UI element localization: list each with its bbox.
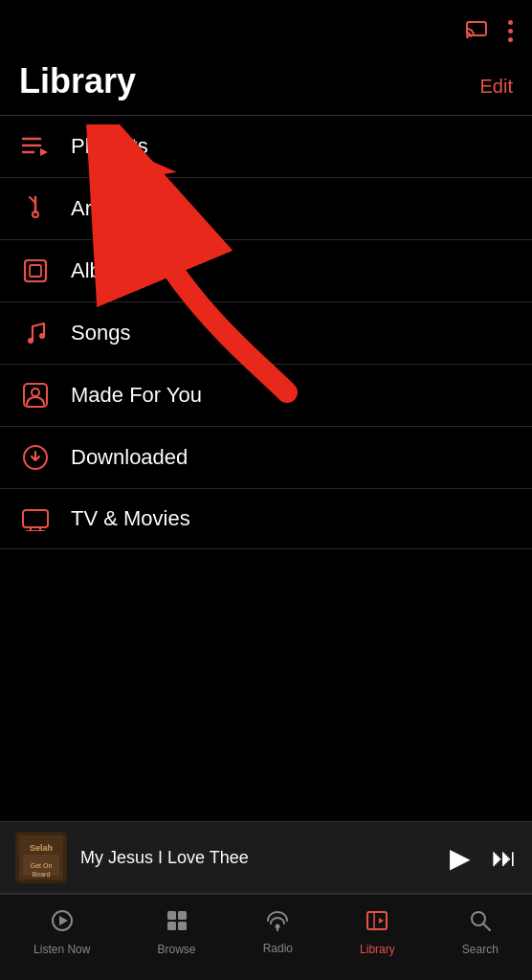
library-item-songs[interactable]: Songs xyxy=(0,302,532,365)
skip-forward-button[interactable]: ⏭ xyxy=(492,843,517,873)
svg-rect-29 xyxy=(167,911,176,920)
songs-icon xyxy=(19,320,52,346)
playlist-icon xyxy=(19,133,52,160)
made-for-you-label: Made For You xyxy=(71,383,202,408)
svg-point-13 xyxy=(32,389,39,396)
nav-browse[interactable]: Browse xyxy=(158,909,196,956)
svg-point-33 xyxy=(276,924,280,929)
player-controls: ▶ ⏭ xyxy=(450,842,517,874)
listen-now-icon xyxy=(51,909,74,938)
library-item-tv-movies[interactable]: TV & Movies xyxy=(0,489,532,549)
svg-rect-9 xyxy=(30,265,41,277)
svg-text:Get On: Get On xyxy=(31,862,53,869)
library-item-made-for-you[interactable]: Made For You xyxy=(0,365,532,427)
search-icon xyxy=(469,909,492,938)
radio-icon xyxy=(265,910,290,937)
svg-marker-28 xyxy=(59,916,68,925)
library-nav-label: Library xyxy=(360,943,395,956)
play-button[interactable]: ▶ xyxy=(450,842,471,874)
page-title: Library xyxy=(19,61,136,101)
library-item-downloaded[interactable]: Downloaded xyxy=(0,427,532,489)
browse-icon xyxy=(166,909,188,938)
songs-label: Songs xyxy=(71,321,130,345)
library-item-albums[interactable]: Albums xyxy=(0,240,532,302)
svg-text:Selah: Selah xyxy=(30,843,53,853)
library-item-artists[interactable]: Artists xyxy=(0,178,532,240)
nav-radio[interactable]: Radio xyxy=(263,910,293,955)
more-options-icon[interactable] xyxy=(508,18,513,43)
downloaded-icon xyxy=(19,444,52,471)
artists-label: Artists xyxy=(71,196,129,221)
tv-movies-label: TV & Movies xyxy=(71,506,190,531)
library-header: Library Edit xyxy=(0,54,532,116)
playlists-label: Playlists xyxy=(71,134,148,159)
song-title: My Jesus I Love Thee xyxy=(80,848,436,868)
library-item-playlists[interactable]: Playlists xyxy=(0,116,532,178)
svg-rect-8 xyxy=(25,260,46,281)
svg-point-10 xyxy=(28,338,33,344)
nav-listen-now[interactable]: Listen Now xyxy=(33,909,90,956)
library-icon xyxy=(366,909,388,938)
album-art: Selah Get On Board xyxy=(15,832,67,883)
library-list: Playlists Artists Albums xyxy=(0,116,532,549)
svg-point-11 xyxy=(39,333,45,339)
svg-rect-15 xyxy=(23,510,48,527)
svg-point-6 xyxy=(33,212,38,217)
mini-player: Selah Get On Board My Jesus I Love Thee … xyxy=(0,821,532,894)
svg-rect-31 xyxy=(167,922,176,930)
nav-search[interactable]: Search xyxy=(462,909,499,956)
tv-movies-icon xyxy=(19,506,52,531)
made-for-you-icon xyxy=(19,382,52,409)
downloaded-label: Downloaded xyxy=(71,445,188,470)
artists-icon xyxy=(19,195,52,222)
nav-library[interactable]: Library xyxy=(360,909,395,956)
edit-button[interactable]: Edit xyxy=(480,76,513,101)
search-label: Search xyxy=(462,943,499,956)
albums-label: Albums xyxy=(71,258,141,283)
radio-label: Radio xyxy=(263,942,293,955)
cast-icon[interactable] xyxy=(466,17,491,44)
albums-icon xyxy=(19,257,52,284)
svg-point-1 xyxy=(466,35,469,38)
svg-rect-30 xyxy=(178,911,187,920)
svg-text:Board: Board xyxy=(33,871,51,878)
browse-label: Browse xyxy=(158,943,196,956)
bottom-nav: Listen Now Browse Radio xyxy=(0,894,532,980)
listen-now-label: Listen Now xyxy=(33,943,90,956)
svg-rect-32 xyxy=(178,922,187,930)
top-bar xyxy=(0,0,532,54)
svg-line-37 xyxy=(483,924,490,930)
